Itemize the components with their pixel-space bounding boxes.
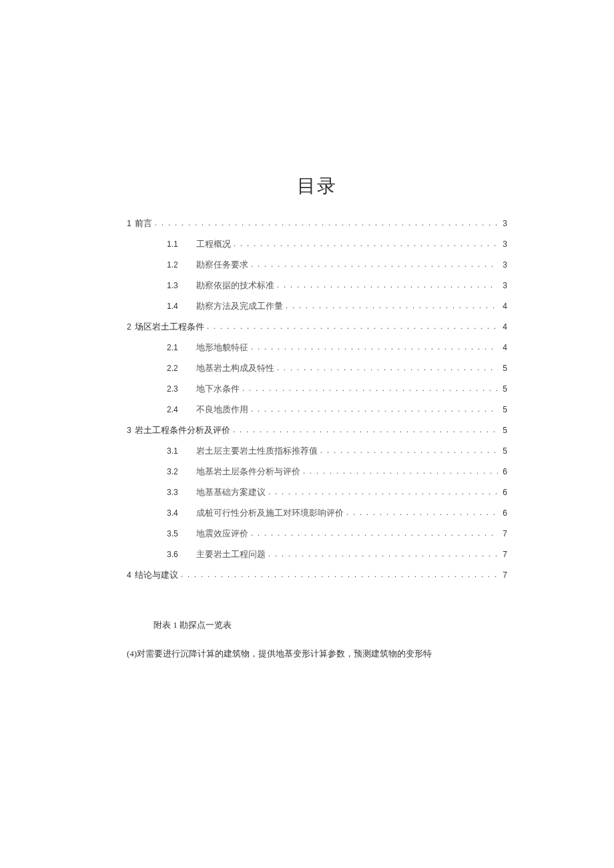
toc-leader-dots bbox=[303, 467, 498, 475]
toc-entry: 2.3地下水条件5 bbox=[127, 384, 507, 393]
toc-label: 3 岩土工程条件分析及评价 bbox=[127, 426, 230, 434]
toc-text: 成桩可行性分析及施工对环境影响评价 bbox=[196, 508, 344, 517]
toc-text: 不良地质作用 bbox=[196, 405, 248, 414]
toc-page-number: 5 bbox=[501, 385, 507, 393]
toc-text: 地基基础方案建议 bbox=[196, 488, 266, 496]
toc-entry: 3.3地基基础方案建议6 bbox=[127, 488, 507, 496]
toc-text: 勘察任务要求 bbox=[196, 260, 248, 269]
toc-entry: 3.1岩土层主要岩土性质指标推荐值5 bbox=[127, 446, 507, 455]
toc-entry: 1 前言3 bbox=[127, 219, 507, 228]
toc-leader-dots bbox=[251, 405, 498, 413]
toc-leader-dots bbox=[251, 529, 498, 537]
toc-number: 2.1 bbox=[167, 344, 187, 352]
page-title: 目录 bbox=[127, 173, 507, 199]
toc-number: 1.3 bbox=[167, 282, 187, 290]
toc-entry: 2.4不良地质作用5 bbox=[127, 405, 507, 414]
toc-page-number: 3 bbox=[501, 282, 507, 290]
toc-leader-dots bbox=[277, 281, 498, 289]
toc-page-number: 6 bbox=[501, 509, 507, 517]
toc-leader-dots bbox=[251, 343, 498, 351]
toc-leader-dots bbox=[268, 488, 498, 496]
toc-text: 勘察方法及完成工作量 bbox=[196, 302, 283, 310]
toc-page-number: 7 bbox=[501, 571, 507, 579]
toc-entry: 3.4成桩可行性分析及施工对环境影响评价6 bbox=[127, 508, 507, 517]
toc-page-number: 6 bbox=[501, 468, 507, 476]
toc-page-number: 3 bbox=[501, 240, 507, 248]
toc-leader-dots bbox=[251, 260, 498, 268]
toc-page-number: 3 bbox=[501, 261, 507, 269]
toc-page-number: 4 bbox=[501, 323, 507, 331]
toc-text: 岩土工程条件分析及评价 bbox=[135, 425, 230, 435]
toc-number: 3.3 bbox=[167, 488, 187, 496]
toc-page-number: 4 bbox=[501, 344, 507, 352]
toc-page-number: 6 bbox=[501, 488, 507, 496]
toc-page-number: 5 bbox=[501, 406, 507, 414]
toc-entry: 4 结论与建议7 bbox=[127, 570, 507, 579]
toc-text: 勘察依据的技术标准 bbox=[196, 281, 274, 290]
toc-entry: 3.2地基岩土层条件分析与评价6 bbox=[127, 467, 507, 476]
toc-text: 地下水条件 bbox=[196, 384, 240, 393]
toc-entry: 3 岩土工程条件分析及评价5 bbox=[127, 426, 507, 434]
toc-number: 1 bbox=[127, 219, 131, 228]
toc-entry: 2.1地形地貌特征4 bbox=[127, 343, 507, 352]
toc-leader-dots bbox=[242, 384, 498, 392]
toc-number: 3.4 bbox=[167, 509, 187, 517]
toc-leader-dots bbox=[207, 322, 498, 330]
toc-text: 地基岩土层条件分析与评价 bbox=[196, 467, 300, 476]
toc-text: 结论与建议 bbox=[135, 570, 178, 580]
toc-leader-dots bbox=[277, 364, 498, 372]
toc-leader-dots bbox=[320, 446, 498, 454]
toc-leader-dots bbox=[181, 570, 498, 578]
toc-number: 3.1 bbox=[167, 447, 187, 455]
toc-leader-dots bbox=[286, 302, 498, 310]
toc-text: 岩土层主要岩土性质指标推荐值 bbox=[196, 446, 318, 455]
toc-page-number: 7 bbox=[501, 550, 507, 558]
toc-number: 2.3 bbox=[167, 385, 187, 393]
footnote-text: (4)对需要进行沉降计算的建筑物，提供地基变形计算参数，预测建筑物的变形特 bbox=[127, 647, 507, 661]
toc-text: 主要岩土工程问题 bbox=[196, 550, 266, 558]
toc-number: 2.2 bbox=[167, 364, 187, 372]
document-page: 目录 1 前言31.1工程概况31.2勘察任务要求31.3勘察依据的技术标准31… bbox=[0, 0, 614, 661]
toc-page-number: 5 bbox=[501, 447, 507, 455]
toc-text: 工程概况 bbox=[196, 240, 231, 248]
appendix-line: 附表 1 勘探点一览表 bbox=[127, 619, 507, 631]
toc-entry: 1.4勘察方法及完成工作量4 bbox=[127, 302, 507, 310]
toc-page-number: 5 bbox=[501, 426, 507, 434]
toc-text: 地基岩土构成及特性 bbox=[196, 364, 274, 372]
toc-entry: 3.5地震效应评价7 bbox=[127, 529, 507, 538]
toc-entry: 1.2勘察任务要求3 bbox=[127, 260, 507, 269]
toc-text: 场区岩土工程条件 bbox=[135, 322, 204, 332]
toc-page-number: 5 bbox=[501, 364, 507, 372]
toc-number: 2.4 bbox=[167, 406, 187, 414]
toc-entry: 2.2地基岩土构成及特性5 bbox=[127, 364, 507, 372]
toc-entry: 2 场区岩土工程条件4 bbox=[127, 322, 507, 331]
toc-page-number: 7 bbox=[501, 530, 507, 538]
toc-page-number: 3 bbox=[501, 220, 507, 228]
toc-number: 1.4 bbox=[167, 302, 187, 310]
toc-leader-dots bbox=[268, 550, 498, 558]
toc-number: 1.2 bbox=[167, 261, 187, 269]
toc-entry: 1.3勘察依据的技术标准3 bbox=[127, 281, 507, 290]
toc-text: 地形地貌特征 bbox=[196, 343, 248, 352]
toc-leader-dots bbox=[234, 240, 498, 248]
toc-number: 1.1 bbox=[167, 240, 187, 248]
toc-leader-dots bbox=[155, 219, 498, 227]
toc-entry: 3.6主要岩土工程问题7 bbox=[127, 550, 507, 558]
toc-label: 1 前言 bbox=[127, 219, 152, 228]
toc-entry: 1.1工程概况3 bbox=[127, 240, 507, 248]
toc-text: 前言 bbox=[135, 218, 152, 228]
toc-number: 3 bbox=[127, 426, 131, 435]
toc-leader-dots bbox=[233, 426, 498, 434]
toc-number: 3.2 bbox=[167, 468, 187, 476]
table-of-contents: 1 前言31.1工程概况31.2勘察任务要求31.3勘察依据的技术标准31.4勘… bbox=[127, 219, 507, 579]
toc-label: 2 场区岩土工程条件 bbox=[127, 322, 204, 331]
toc-number: 2 bbox=[127, 322, 131, 332]
toc-number: 4 bbox=[127, 570, 131, 580]
toc-page-number: 4 bbox=[501, 302, 507, 310]
toc-number: 3.5 bbox=[167, 530, 187, 538]
toc-leader-dots bbox=[346, 508, 498, 516]
toc-text: 地震效应评价 bbox=[196, 529, 248, 538]
toc-number: 3.6 bbox=[167, 550, 187, 558]
toc-label: 4 结论与建议 bbox=[127, 570, 178, 579]
